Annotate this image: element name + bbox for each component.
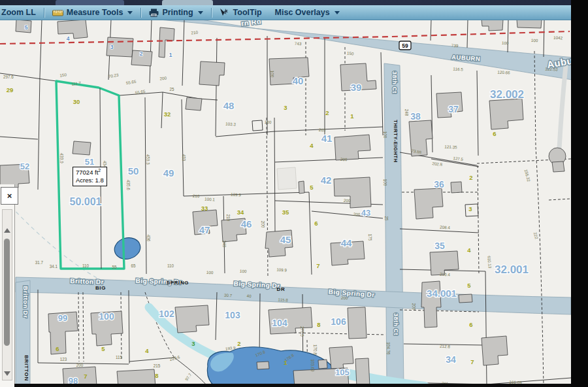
dimension-label: 200 bbox=[353, 212, 361, 217]
dimension-label: 55.65 bbox=[125, 79, 137, 85]
scroll-up-arrow-icon[interactable] bbox=[4, 228, 10, 233]
toolbar-separator bbox=[211, 8, 212, 18]
dimension-label: 222 bbox=[533, 231, 540, 239]
dimension-label: 210.4 bbox=[440, 272, 451, 277]
zoom-ll-button[interactable]: Zoom LL bbox=[0, 5, 42, 20]
dimension-label: 100 bbox=[265, 120, 272, 125]
toolbar-separator bbox=[44, 8, 44, 18]
parcel-number-label: 45 bbox=[280, 234, 291, 245]
map-canvas[interactable]: 59 297.6150111.770.2355.6555.65200252107… bbox=[0, 0, 588, 387]
gis-map-viewer: 59 297.6150111.770.2355.6555.65200252107… bbox=[0, 0, 588, 387]
dimension-label: 104.76 bbox=[386, 342, 391, 355]
parcel-number-label: 35 bbox=[434, 241, 445, 251]
street-name-label: Britton Dr bbox=[70, 277, 104, 286]
dimension-label: 200 bbox=[344, 198, 351, 203]
dimension-label: 100 bbox=[383, 131, 387, 139]
parcel-number-label: 38 bbox=[410, 111, 421, 122]
vertical-scrollbar[interactable] bbox=[2, 209, 12, 380]
house-number-label: 4 bbox=[67, 35, 70, 42]
lot-number-label: 8 bbox=[155, 372, 158, 379]
parcel-number-label: 50.001 bbox=[70, 196, 102, 207]
chevron-down-icon bbox=[198, 11, 203, 14]
misc-overlays-label: Misc Overlays bbox=[275, 8, 330, 17]
printing-menu[interactable]: Printing bbox=[142, 5, 209, 20]
dimension-label: 215 bbox=[154, 363, 161, 368]
area-sup: 2 bbox=[98, 168, 101, 173]
measure-tools-menu[interactable]: Measure Tools bbox=[46, 5, 140, 20]
lot-number-label: 35 bbox=[282, 209, 289, 216]
dimension-label: 97.7 bbox=[184, 372, 193, 381]
letterbox-right bbox=[571, 0, 588, 387]
parcel-number-label: 43 bbox=[361, 208, 370, 218]
scrollbar-thumb[interactable] bbox=[4, 239, 10, 346]
dimension-label: 109.9 bbox=[276, 267, 287, 272]
dimension-label: 70.23 bbox=[108, 73, 119, 78]
parcel-number-label: 39 bbox=[351, 82, 362, 93]
tooltip-toggle[interactable]: ToolTip bbox=[213, 5, 269, 20]
dimension-label: 610.13 bbox=[487, 256, 493, 269]
dimension-label: 210 bbox=[193, 194, 200, 199]
tooltip-label: ToolTip bbox=[233, 8, 262, 17]
dimension-label: 155.32 bbox=[524, 169, 532, 182]
parcel-number-label: 47 bbox=[199, 224, 210, 235]
lot-number-label: 6 bbox=[314, 220, 318, 227]
svg-text:59: 59 bbox=[402, 42, 408, 49]
street-name-label: 38th Ct bbox=[391, 71, 398, 93]
parcel-number-label: 50 bbox=[128, 165, 139, 177]
dimension-label: 459.3 bbox=[146, 154, 150, 165]
browser-tab-active[interactable] bbox=[162, 0, 213, 5]
lot-number-label: 30 bbox=[73, 98, 80, 105]
dimension-label: 100 bbox=[383, 179, 387, 186]
browser-tab[interactable] bbox=[56, 0, 124, 5]
lot-number-label: 34 bbox=[237, 209, 244, 216]
toolbar-separator bbox=[140, 8, 141, 18]
parcel-number-label: 99 bbox=[58, 313, 67, 323]
parcel-number-label: 104 bbox=[272, 318, 287, 328]
misc-overlays-menu[interactable]: Misc Overlays bbox=[269, 5, 346, 20]
dimension-label: 297.6 bbox=[3, 75, 14, 79]
dimension-label: 219 bbox=[226, 214, 231, 222]
parcel-number-label: 48 bbox=[223, 100, 235, 111]
lot-number-label: 8 bbox=[317, 321, 320, 328]
dimension-label: 123 bbox=[60, 357, 67, 362]
dimension-label: 200 bbox=[159, 76, 167, 81]
dimension-label: 212.8 bbox=[440, 344, 451, 349]
dimension-label: 120.66 bbox=[497, 70, 510, 75]
street-name-label: THIRTY-EIGHTH bbox=[393, 120, 399, 162]
dimension-label: 103.69 bbox=[310, 359, 315, 372]
dimension-label: 40 bbox=[246, 294, 252, 298]
lot-number-label: 7 bbox=[84, 373, 87, 380]
dimension-label: 109.9 bbox=[231, 192, 242, 197]
lot-number-label: 4 bbox=[467, 246, 471, 254]
dimension-label: 31.7 bbox=[35, 260, 44, 265]
parcel-number-label: 37 bbox=[448, 104, 459, 114]
dimension-label: 116.5 bbox=[453, 67, 463, 72]
dimension-label: 100 bbox=[206, 270, 214, 275]
parcel-number-label: 42 bbox=[321, 175, 332, 186]
lot-number-label: 5 bbox=[101, 345, 105, 352]
dimension-label: 202.8 bbox=[432, 161, 443, 167]
map-toolbar: Zoom LL Measure Tools Printing ToolTip bbox=[0, 5, 588, 20]
lot-number-label: 3 bbox=[468, 205, 472, 212]
dimension-label: 210 bbox=[191, 29, 199, 35]
parcel-number-label: 32.002 bbox=[490, 88, 524, 101]
lot-number-label: 6 bbox=[493, 130, 496, 137]
acres-value: Acres: 1.8 bbox=[76, 177, 104, 184]
dimension-label: 100 bbox=[531, 38, 538, 43]
street-name-label: 38th Ct bbox=[393, 313, 399, 335]
dimension-label: 65 bbox=[131, 263, 136, 268]
dimension-label: 25 bbox=[169, 87, 174, 92]
parcel-number-label: 46 bbox=[241, 218, 252, 229]
street-name-label: BIG bbox=[95, 285, 106, 291]
dimension-label: 100.1 bbox=[204, 197, 216, 202]
zoom-ll-label: Zoom LL bbox=[1, 8, 36, 17]
measure-tools-label: Measure Tools bbox=[67, 8, 123, 17]
dimension-label: 229.6 bbox=[169, 354, 180, 362]
dimension-label: 115 bbox=[116, 355, 123, 360]
dimension-label: 277.5 bbox=[300, 326, 304, 337]
lot-number-label: 6 bbox=[56, 345, 59, 352]
panel-close-button[interactable]: × bbox=[1, 187, 18, 205]
dimension-label: 435.6 bbox=[126, 180, 131, 190]
dimension-label: 110 bbox=[167, 263, 174, 268]
scroll-down-arrow-icon[interactable] bbox=[4, 371, 10, 376]
